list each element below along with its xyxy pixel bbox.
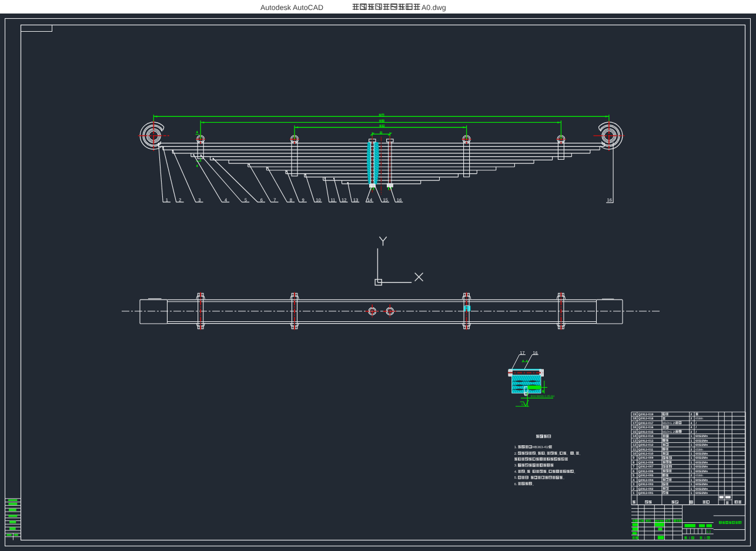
svg-text:1: 1 [691, 465, 693, 469]
svg-text:4: 4 [633, 479, 634, 482]
svg-text:M10×1.25: M10×1.25 [663, 422, 676, 425]
svg-text:A-A: A-A [521, 360, 528, 364]
svg-text:2: 2 [179, 197, 181, 203]
svg-text:11: 11 [330, 197, 335, 203]
svg-text:1: 1 [691, 439, 693, 443]
svg-text:19: 19 [633, 413, 636, 416]
svg-text:1: 1 [691, 452, 693, 456]
svg-text:。: 。 [574, 471, 577, 474]
svg-text:2: 2 [691, 448, 693, 452]
svg-text:13: 13 [633, 439, 636, 443]
svg-text:5: 5 [245, 197, 247, 203]
svg-text:60Si2Mn: 60Si2Mn [695, 470, 708, 473]
svg-text:Q2912-006: Q2912-006 [638, 470, 654, 473]
svg-text:15: 15 [383, 197, 388, 203]
svg-text:6: 6 [633, 470, 634, 473]
svg-text:12: 12 [342, 197, 346, 203]
svg-text:1: 1 [691, 435, 693, 438]
svg-text:2: 2 [633, 488, 634, 491]
svg-text:Q2912-010: Q2912-010 [638, 452, 654, 456]
svg-text:2: 2 [691, 413, 693, 416]
svg-text:5.: 5. [514, 476, 517, 480]
svg-text:Q2912-013: Q2912-013 [638, 439, 654, 443]
svg-text:65Mn: 65Mn [695, 417, 703, 421]
svg-text:1: 1 [691, 492, 693, 495]
svg-text:Q2912-003: Q2912-003 [638, 483, 654, 486]
svg-text:9: 9 [633, 456, 634, 460]
svg-text:65Mn: 65Mn [695, 448, 703, 452]
svg-text:Autodesk AutoCAD: Autodesk AutoCAD [260, 4, 323, 12]
svg-text:10: 10 [316, 197, 320, 203]
svg-text:Q2912-012: Q2912-012 [638, 444, 654, 447]
svg-text:7: 7 [273, 197, 276, 203]
svg-text:1: 1 [691, 479, 693, 482]
svg-text:16: 16 [607, 197, 612, 203]
svg-text:M10×1.25: M10×1.25 [663, 431, 676, 434]
svg-text:Q2912-011: Q2912-011 [638, 448, 654, 452]
svg-text:Q2912-015: Q2912-015 [638, 431, 654, 434]
svg-text:60Si2Mn: 60Si2Mn [695, 479, 708, 482]
svg-text:Q2912-016: Q2912-016 [638, 426, 654, 429]
svg-text:Q2912-007: Q2912-007 [638, 465, 654, 469]
svg-text:1.: 1. [514, 445, 517, 449]
svg-text:Q2912-008: Q2912-008 [638, 461, 654, 465]
svg-text:60Si2Mn: 60Si2Mn [695, 461, 708, 465]
svg-text:6.: 6. [514, 482, 517, 486]
svg-text:Φ10.5M10×1.25-6H: Φ10.5M10×1.25-6H [531, 395, 555, 398]
svg-text:Q2912-014: Q2912-014 [638, 435, 654, 438]
svg-text:3.2: 3.2 [521, 403, 526, 406]
svg-text:Q2912-017: Q2912-017 [638, 422, 654, 425]
svg-text:。: 。 [563, 476, 567, 480]
svg-text:14: 14 [367, 197, 372, 203]
svg-text:6: 6 [260, 197, 263, 203]
svg-text:1: 1 [691, 488, 693, 491]
svg-text:2: 2 [691, 474, 693, 478]
svg-text:3.: 3. [514, 463, 517, 468]
svg-text:1: 1 [691, 470, 693, 473]
svg-text:16: 16 [633, 426, 636, 429]
svg-text:60Si2Mn: 60Si2Mn [695, 444, 708, 447]
svg-text:16: 16 [397, 197, 402, 203]
svg-text:4: 4 [691, 422, 693, 425]
svg-text:11: 11 [633, 448, 636, 452]
svg-text:5: 5 [633, 474, 634, 478]
svg-text:60Si2Mn: 60Si2Mn [695, 439, 708, 443]
svg-text:2.: 2. [514, 452, 517, 456]
svg-text:8: 8 [290, 197, 292, 203]
svg-text:1: 1 [691, 461, 693, 465]
svg-text:1: 1 [633, 492, 634, 495]
svg-text:Q2912-002: Q2912-002 [638, 488, 654, 491]
svg-text:。: 。 [533, 483, 536, 486]
svg-text:2: 2 [691, 417, 693, 421]
svg-text:Q2912-004: Q2912-004 [638, 479, 654, 482]
svg-text:1:2: 1:2 [707, 530, 711, 534]
svg-text:60Si2Mn: 60Si2Mn [695, 456, 708, 460]
svg-text:1: 1 [689, 536, 691, 540]
svg-text:A0.dwg: A0.dwg [422, 4, 446, 12]
svg-text:Q2912-005: Q2912-005 [638, 474, 654, 478]
svg-text:1: 1 [691, 444, 693, 447]
svg-text:17: 17 [633, 422, 636, 425]
svg-text:60Si2Mn: 60Si2Mn [695, 465, 708, 469]
svg-text:60Si2Mn: 60Si2Mn [695, 488, 708, 491]
svg-text:HB363-415: HB363-415 [533, 445, 551, 449]
svg-text:4.: 4. [514, 470, 517, 474]
svg-text:Q2912-019: Q2912-019 [638, 413, 654, 416]
svg-text:1: 1 [691, 483, 693, 486]
svg-text:1: 1 [691, 456, 693, 460]
svg-text:18: 18 [633, 417, 636, 421]
svg-text:4: 4 [691, 426, 693, 429]
svg-text:1: 1 [704, 536, 706, 540]
svg-text:3: 3 [633, 483, 634, 486]
svg-text:Q2912-009: Q2912-009 [638, 456, 654, 460]
svg-text:12: 12 [633, 444, 636, 447]
svg-text:2: 2 [691, 431, 693, 434]
svg-text:13: 13 [353, 197, 358, 203]
svg-text:60Si2Mn: 60Si2Mn [695, 452, 708, 456]
svg-text:1: 1 [166, 197, 168, 203]
svg-text:15: 15 [633, 431, 636, 434]
svg-text:65Mn: 65Mn [695, 474, 703, 478]
svg-text:60Si2Mn: 60Si2Mn [695, 483, 708, 486]
svg-text:7: 7 [633, 465, 634, 469]
svg-text:60Si2Mn: 60Si2Mn [695, 435, 708, 438]
